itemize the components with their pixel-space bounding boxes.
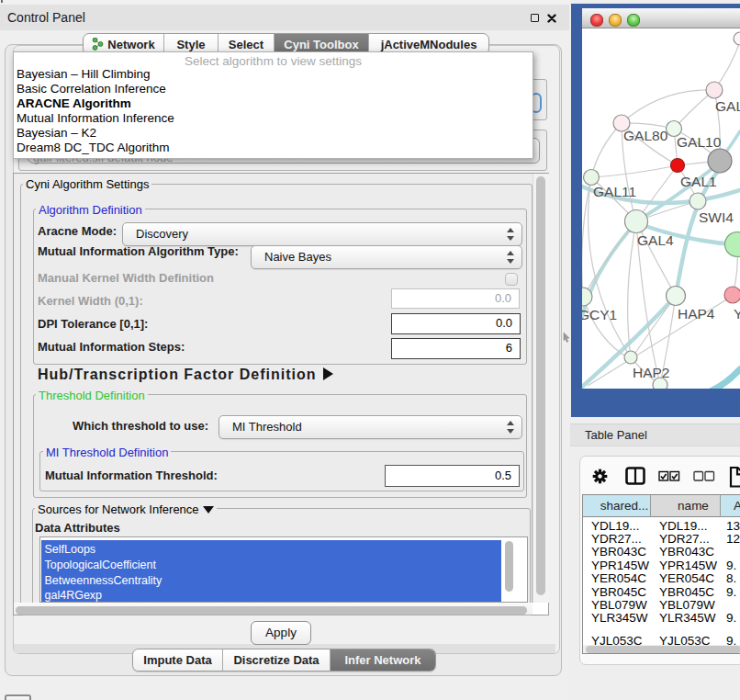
svg-text:GAL2: GAL2	[715, 98, 740, 114]
svg-text:HAP2: HAP2	[633, 365, 670, 380]
svg-text:GAL1: GAL1	[680, 174, 717, 189]
svg-text:Y: Y	[734, 306, 740, 322]
svg-text:GCY1: GCY1	[582, 307, 617, 322]
svg-text:GAL80: GAL80	[623, 128, 668, 143]
svg-text:GAL10: GAL10	[677, 134, 722, 150]
svg-text:GAL4: GAL4	[637, 232, 674, 248]
svg-text:GAL11: GAL11	[593, 184, 636, 199]
svg-text:HAP4: HAP4	[678, 306, 715, 322]
svg-text:SWI4: SWI4	[699, 209, 734, 225]
